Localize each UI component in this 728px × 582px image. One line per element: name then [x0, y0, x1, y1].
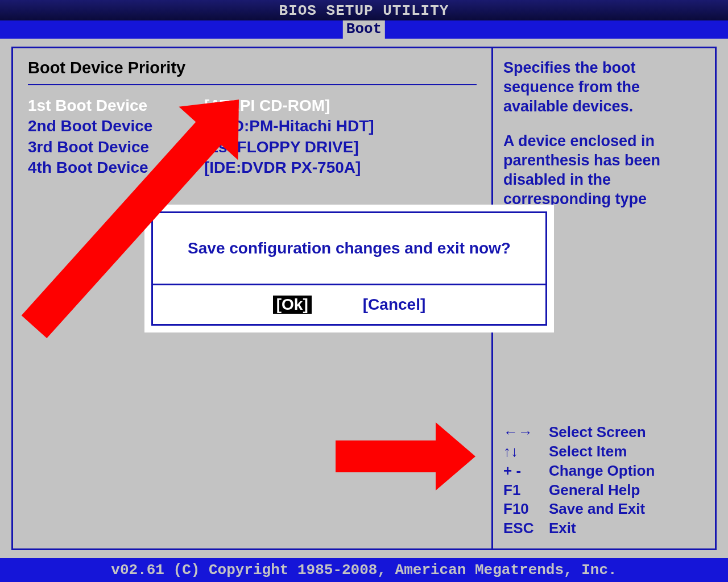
legend-label: General Help	[549, 481, 640, 500]
key-plus-minus: + -	[503, 462, 549, 481]
legend-label: Exit	[549, 519, 576, 538]
legend-label: Save and Exit	[549, 500, 645, 519]
boot-device-label: 1st Boot Device	[28, 95, 204, 116]
app-title: BIOS SETUP UTILITY	[279, 2, 449, 19]
key-arrows-lr-icon: ←→	[503, 423, 549, 442]
legend-label: Change Option	[549, 462, 655, 481]
key-f1: F1	[503, 481, 549, 500]
legend-label: Select Item	[549, 442, 627, 462]
legend-save-exit: F10 Save and Exit	[503, 500, 705, 519]
help-text: Specifies the boot sequence from the ava…	[503, 59, 705, 225]
legend-label: Select Screen	[549, 423, 646, 442]
bios-title-bar: BIOS SETUP UTILITY	[0, 0, 728, 20]
cancel-button[interactable]: [Cancel]	[363, 296, 425, 314]
legend-exit: ESC Exit	[503, 519, 705, 538]
key-arrows-ud-icon: ↑↓	[503, 442, 549, 462]
legend-select-item: ↑↓ Select Item	[503, 442, 705, 462]
key-legend: ←→ Select Screen ↑↓ Select Item + - Chan…	[503, 423, 705, 538]
boot-device-label: 2nd Boot Device	[28, 116, 204, 136]
boot-device-value: [IDE:DVDR PX-750A]	[204, 157, 361, 178]
help-paragraph-2: A device enclosed in parenthesis has bee…	[503, 132, 705, 209]
footer-bar: v02.61 (C) Copyright 1985-2008, American…	[0, 558, 728, 582]
ok-button[interactable]: [Ok]	[273, 296, 312, 314]
legend-change-option: + - Change Option	[503, 462, 705, 481]
dialog-button-row: [Ok] [Cancel]	[153, 285, 545, 324]
key-esc: ESC	[503, 519, 549, 538]
key-f10: F10	[503, 500, 549, 519]
legend-select-screen: ←→ Select Screen	[503, 423, 705, 442]
legend-general-help: F1 General Help	[503, 481, 705, 500]
tab-bar: Boot	[0, 20, 728, 39]
help-paragraph-1: Specifies the boot sequence from the ava…	[503, 59, 705, 116]
save-exit-dialog: Save configuration changes and exit now?…	[144, 205, 554, 332]
tab-boot[interactable]: Boot	[343, 20, 385, 39]
copyright-text: v02.61 (C) Copyright 1985-2008, American…	[111, 562, 617, 579]
boot-device-row-4[interactable]: 4th Boot Device [IDE:DVDR PX-750A]	[28, 157, 477, 178]
dialog-message: Save configuration changes and exit now?	[153, 213, 545, 285]
annotation-arrow-icon	[336, 440, 438, 472]
section-title: Boot Device Priority	[28, 59, 477, 85]
